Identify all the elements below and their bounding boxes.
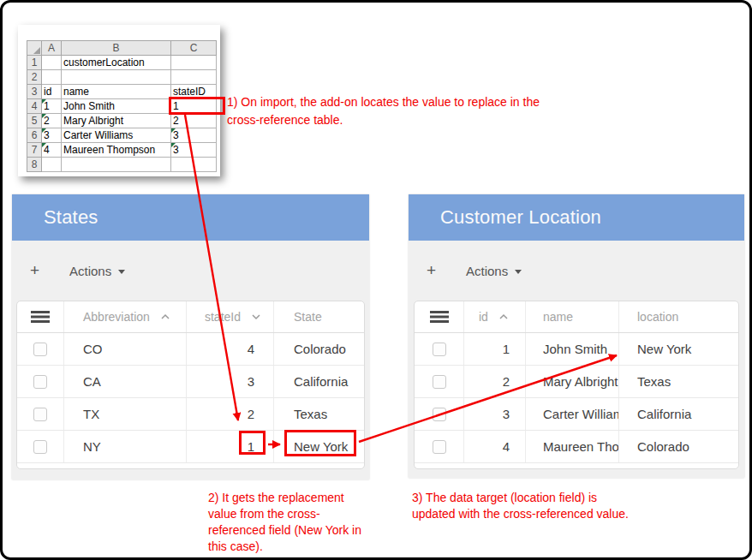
cell-b6[interactable]: Carter Williams <box>62 128 171 143</box>
cell-c1[interactable] <box>171 56 217 70</box>
annotation-step1: 1) On import, the add-on locates the val… <box>227 93 540 129</box>
customer-card-header: Customer Location <box>409 194 744 241</box>
cell-b8[interactable] <box>62 158 171 172</box>
cell-c8[interactable] <box>171 158 217 172</box>
column-header-id[interactable]: id <box>479 310 488 324</box>
menu-icon[interactable] <box>430 311 449 323</box>
cell-a3[interactable]: id <box>42 85 62 99</box>
annotation-step3: 3) The data target (location field) is u… <box>412 490 629 522</box>
states-table-header: Abbreviation stateId State <box>17 301 364 333</box>
column-header-name[interactable]: name <box>543 310 573 324</box>
cell-a5[interactable]: 2 <box>42 114 62 128</box>
cell-a6[interactable]: 3 <box>42 128 62 143</box>
row-checkbox[interactable] <box>33 343 47 356</box>
cell-b3[interactable]: name <box>62 85 171 99</box>
cell-c2[interactable] <box>171 70 217 85</box>
cell-a2[interactable] <box>42 70 62 85</box>
column-header-state[interactable]: State <box>294 310 322 324</box>
table-row: 3 Carter William California <box>415 398 738 431</box>
table-row: 4 Maureen Thon Colorado <box>415 431 738 463</box>
sort-desc-icon[interactable] <box>251 313 261 320</box>
cell-b4[interactable]: John Smith <box>62 99 171 114</box>
row-checkbox[interactable] <box>33 375 47 389</box>
menu-icon[interactable] <box>31 311 50 323</box>
row-header-6[interactable]: 6 <box>27 128 42 143</box>
sort-asc-icon[interactable] <box>498 313 509 320</box>
row-header-4[interactable]: 4 <box>27 99 42 114</box>
cell-flag-icon <box>42 99 46 104</box>
cell-a1[interactable] <box>42 56 62 70</box>
add-record-button[interactable]: + <box>427 261 444 280</box>
cell-b2[interactable] <box>62 70 171 85</box>
cell-b1[interactable]: customerLocation <box>62 56 171 70</box>
table-row: 1 John Smith New York <box>415 333 738 366</box>
column-header-a[interactable]: A <box>42 41 62 56</box>
row-checkbox[interactable] <box>433 343 446 356</box>
select-all-corner[interactable] <box>27 41 42 56</box>
row-header-5[interactable]: 5 <box>27 114 42 128</box>
cell-c5[interactable]: 2 <box>171 114 217 128</box>
row-checkbox[interactable] <box>433 440 446 454</box>
cell-flag-icon <box>42 114 46 118</box>
column-header-abbreviation[interactable]: Abbreviation <box>83 310 150 324</box>
actions-menu-button[interactable]: Actions <box>69 264 125 278</box>
row-header-7[interactable]: 7 <box>27 143 42 158</box>
row-checkbox[interactable] <box>433 375 446 389</box>
customer-table-header: id name location <box>415 301 738 333</box>
row-checkbox[interactable] <box>33 440 47 454</box>
corner-triangle-icon <box>33 47 40 54</box>
table-row: TX 2 Texas <box>17 398 364 431</box>
caret-down-icon <box>118 270 125 274</box>
row-header-1[interactable]: 1 <box>27 56 42 70</box>
column-header-location[interactable]: location <box>637 310 678 324</box>
cell-a7[interactable]: 4 <box>42 143 62 158</box>
actions-menu-button[interactable]: Actions <box>466 264 522 278</box>
column-header-stateid[interactable]: stateId <box>205 310 241 324</box>
states-card-title: States <box>44 206 98 229</box>
cell-flag-icon <box>171 128 176 133</box>
column-header-c[interactable]: C <box>171 41 217 56</box>
highlight-box-source-value <box>169 97 225 115</box>
customer-card-title: Customer Location <box>440 206 601 229</box>
table-row: CO 4 Colorado <box>17 333 364 366</box>
page-frame: A B C 1 customerLocation 2 3 id name sta… <box>0 0 752 560</box>
highlight-box-replacement-value <box>284 430 356 456</box>
customer-toolbar: + Actions <box>409 241 744 301</box>
cell-flag-icon <box>171 143 176 147</box>
cell-c6[interactable]: 3 <box>171 128 217 143</box>
table-row: 2 Mary Albright Texas <box>415 366 738 398</box>
highlight-box-lookup-value <box>239 431 266 455</box>
cell-b5[interactable]: Mary Albright <box>62 114 171 128</box>
customer-table: id name location 1 John Smith New York 2 <box>414 301 739 469</box>
cell-b7[interactable]: Maureen Thompson <box>62 143 171 158</box>
row-header-2[interactable]: 2 <box>27 70 42 85</box>
annotation-step2: 2) It gets the replacement value from th… <box>208 490 361 555</box>
sort-asc-icon[interactable] <box>160 313 170 320</box>
column-header-b[interactable]: B <box>62 41 171 56</box>
table-row: CA 3 California <box>17 366 364 398</box>
cell-flag-icon <box>42 143 46 147</box>
row-checkbox[interactable] <box>433 408 446 421</box>
caret-down-icon <box>515 270 522 274</box>
row-header-3[interactable]: 3 <box>27 85 42 99</box>
states-toolbar: + Actions <box>12 241 369 301</box>
cell-a4[interactable]: 1 <box>42 99 62 114</box>
row-checkbox[interactable] <box>33 408 47 421</box>
cell-flag-icon <box>42 128 46 133</box>
add-record-button[interactable]: + <box>30 261 47 280</box>
customer-location-card: Customer Location + Actions id name loca… <box>409 194 744 478</box>
row-header-8[interactable]: 8 <box>27 158 42 172</box>
states-card-header: States <box>12 194 369 241</box>
cell-c7[interactable]: 3 <box>171 143 217 158</box>
cell-a8[interactable] <box>42 158 62 172</box>
